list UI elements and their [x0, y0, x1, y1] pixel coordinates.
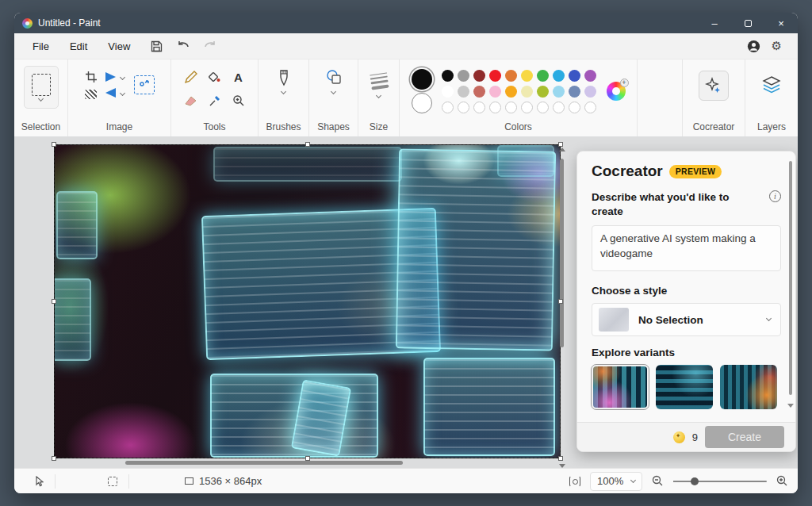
empty-color-slot[interactable] — [473, 102, 485, 113]
ribbon-spacer — [638, 59, 682, 136]
menu-view[interactable]: View — [98, 36, 140, 56]
empty-color-slot[interactable] — [584, 102, 596, 113]
pencil-icon[interactable] — [184, 71, 197, 84]
empty-color-slot[interactable] — [489, 102, 501, 113]
color-swatch[interactable] — [521, 70, 533, 82]
layers-button[interactable] — [761, 75, 782, 94]
cocreator-button[interactable] — [699, 71, 729, 101]
flip-icon[interactable] — [105, 88, 124, 98]
brushes-button[interactable] — [277, 66, 291, 94]
color-swatch[interactable] — [569, 86, 580, 98]
magnifier-icon[interactable] — [232, 94, 245, 107]
empty-color-slot[interactable] — [458, 102, 469, 113]
color-swatch[interactable] — [473, 70, 485, 82]
crop-icon[interactable] — [85, 71, 98, 83]
ribbon-group-colors: + Colors — [400, 59, 638, 136]
selection-tool-button[interactable] — [24, 66, 59, 109]
panel-scrollbar[interactable] — [789, 161, 793, 395]
background-color-swatch[interactable] — [412, 93, 432, 113]
settings-gear-icon[interactable]: ⚙ — [772, 39, 782, 53]
zoom-slider[interactable] — [673, 476, 767, 487]
title-bar: Untitled - Paint – × — [14, 13, 798, 33]
color-swatch[interactable] — [584, 70, 596, 82]
minimize-button[interactable]: – — [698, 13, 731, 33]
canvas-selection[interactable] — [54, 144, 561, 458]
color-swatch[interactable] — [458, 70, 469, 82]
close-button[interactable]: × — [764, 13, 798, 33]
ribbon-group-size: Size — [358, 59, 400, 136]
variant-thumbnail-2[interactable] — [656, 365, 713, 409]
style-dropdown[interactable]: No Selection — [592, 303, 781, 336]
empty-color-slot[interactable] — [569, 102, 580, 113]
canvas-size-icon — [185, 477, 193, 485]
color-swatch[interactable] — [473, 86, 485, 98]
shapes-button[interactable] — [324, 66, 343, 94]
color-swatch[interactable] — [537, 86, 549, 98]
color-swatch[interactable] — [505, 86, 517, 98]
zoom-out-icon[interactable] — [652, 475, 664, 487]
cursor-position-indicator — [24, 476, 55, 487]
panel-scroll-down-arrow[interactable] — [787, 404, 794, 408]
eraser-icon[interactable] — [184, 94, 197, 106]
empty-color-slot[interactable] — [442, 102, 454, 113]
empty-color-slot[interactable] — [521, 102, 533, 113]
size-button[interactable] — [370, 66, 388, 98]
color-swatch[interactable] — [521, 86, 533, 98]
resize-icon[interactable] — [134, 75, 155, 94]
fill-icon[interactable] — [208, 71, 221, 84]
color-swatch[interactable] — [442, 86, 454, 98]
style-thumbnail — [599, 308, 629, 332]
maximize-button[interactable] — [731, 13, 764, 33]
variant-thumbnail-3[interactable] — [720, 365, 777, 409]
ribbon-group-cocreator: Cocreator — [682, 59, 745, 136]
color-swatch[interactable] — [489, 70, 501, 82]
color-picker-icon[interactable] — [209, 94, 221, 107]
cocreator-panel: Cocreator PREVIEW Describe what you'd li… — [576, 151, 796, 452]
color-swatch[interactable] — [553, 86, 565, 98]
horizontal-scrollbar[interactable] — [54, 460, 560, 466]
color-swatch[interactable] — [442, 70, 454, 82]
skew-icon[interactable] — [85, 90, 97, 99]
prompt-input[interactable]: A generative AI system making a videogam… — [592, 225, 781, 271]
undo-icon[interactable] — [172, 40, 194, 52]
color-swatch[interactable] — [569, 70, 580, 82]
paint-window: Untitled - Paint – × File Edit View — [14, 13, 798, 493]
redo-icon — [199, 40, 221, 52]
color-swatch[interactable] — [489, 86, 501, 98]
rotate-icon[interactable] — [105, 72, 124, 82]
ribbon-group-label: Brushes — [266, 119, 301, 132]
credits-coin-icon — [673, 431, 685, 443]
color-swatch[interactable] — [458, 86, 469, 98]
create-button[interactable]: Create — [705, 426, 784, 448]
selection-size-icon — [108, 477, 117, 486]
chevron-down-icon — [376, 93, 381, 98]
selection-size-indicator — [97, 477, 128, 486]
fit-to-screen-icon[interactable] — [569, 476, 580, 487]
color-swatch[interactable] — [553, 70, 565, 82]
color-swatch[interactable] — [584, 86, 596, 98]
edit-colors-icon[interactable]: + — [607, 82, 626, 101]
info-icon[interactable]: i — [769, 190, 781, 202]
empty-color-slot[interactable] — [553, 102, 565, 113]
canvas-size-indicator: 1536 × 864px — [174, 475, 273, 487]
save-icon[interactable] — [145, 40, 167, 53]
ribbon-group-label: Image — [106, 119, 132, 132]
ribbon-group-tools: A Tools — [171, 59, 259, 136]
ribbon-group-brushes: Brushes — [259, 59, 309, 136]
text-tool-icon[interactable]: A — [234, 71, 243, 84]
foreground-color-swatch[interactable] — [412, 69, 432, 90]
menu-edit[interactable]: Edit — [59, 36, 98, 56]
ribbon-group-label: Cocreator — [693, 119, 735, 132]
empty-color-slot[interactable] — [537, 102, 549, 113]
ribbon-group-image: Image — [68, 59, 171, 136]
zoom-level-dropdown[interactable]: 100% — [590, 472, 642, 491]
color-swatch[interactable] — [537, 70, 549, 82]
color-swatch[interactable] — [505, 70, 517, 82]
canvas-area: Cocreator PREVIEW Describe what you'd li… — [14, 136, 798, 468]
empty-color-slot[interactable] — [505, 102, 517, 113]
zoom-slider-thumb[interactable] — [691, 477, 699, 485]
menu-file[interactable]: File — [22, 36, 59, 56]
zoom-in-icon[interactable] — [776, 475, 788, 487]
account-icon[interactable] — [747, 40, 760, 53]
variant-thumbnail-1[interactable] — [592, 365, 649, 409]
